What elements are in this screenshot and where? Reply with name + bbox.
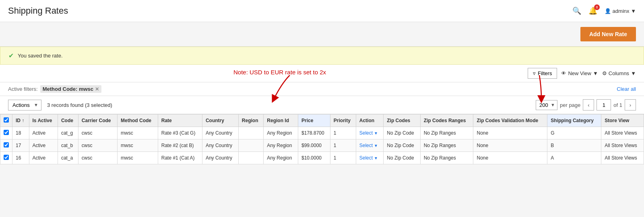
gear-icon: ⚙: [602, 70, 607, 76]
td-method-code-1: mwsc: [118, 139, 158, 152]
td-priority-0: 1: [330, 127, 356, 139]
active-filters-left: Active filters: Method Code: mwsc ✕: [8, 85, 101, 93]
actions-row: Actions ▼ 3 records found (3 selected) 2…: [0, 96, 644, 114]
search-icon[interactable]: 🔍: [572, 6, 581, 15]
th-id[interactable]: ID ↑: [12, 115, 29, 127]
td-code-0: cat_g: [58, 127, 78, 139]
td-region-1: [238, 139, 263, 152]
td-action-1[interactable]: Select ▼: [356, 139, 384, 152]
filters-button[interactable]: ▿ Filters: [528, 68, 557, 79]
td-price-2: $10.0000: [298, 152, 330, 164]
select-all-checkbox[interactable]: [4, 117, 9, 123]
td-method-code-0: mwsc: [118, 127, 158, 139]
action-select-link-1[interactable]: Select ▼: [359, 143, 378, 148]
td-zip-validation-2: None: [473, 152, 547, 164]
th-action[interactable]: Action: [356, 115, 384, 127]
th-priority[interactable]: Priority: [330, 115, 356, 127]
action-chevron-icon-2: ▼: [374, 156, 378, 160]
prev-page-button[interactable]: ‹: [583, 99, 594, 111]
toolbar-row: Add New Rate: [0, 22, 644, 47]
action-select-link-2[interactable]: Select ▼: [359, 155, 378, 161]
per-page-label: per page: [560, 102, 580, 108]
td-zip-validation-0: None: [473, 127, 547, 139]
th-country[interactable]: Country: [202, 115, 238, 127]
th-region[interactable]: Region: [238, 115, 263, 127]
action-select-link-0[interactable]: Select ▼: [359, 130, 378, 136]
success-check-icon: ✔: [8, 52, 14, 59]
th-is-active[interactable]: Is Active: [29, 115, 58, 127]
th-code[interactable]: Code: [58, 115, 78, 127]
header: Shipping Rates 🔍 🔔 8 👤 adminx ▼: [0, 0, 644, 22]
table-header-row: ID ↑ Is Active Code Carrier Code Method …: [0, 115, 644, 127]
user-menu[interactable]: 👤 adminx ▼: [605, 8, 636, 14]
row-checkbox-2[interactable]: [4, 155, 9, 160]
shipping-rates-table: ID ↑ Is Active Code Carrier Code Method …: [0, 114, 644, 164]
td-action-0[interactable]: Select ▼: [356, 127, 384, 139]
action-chevron-icon-1: ▼: [374, 143, 378, 148]
table-row: 16 Active cat_a cwsc mwsc Rate #1 (Cat A…: [0, 152, 644, 164]
td-country-2: Any Country: [202, 152, 238, 164]
th-shipping-category[interactable]: Shipping Category: [547, 115, 601, 127]
header-right: 🔍 🔔 8 👤 adminx ▼: [572, 6, 636, 15]
th-zip-ranges[interactable]: Zip Codes Ranges: [420, 115, 473, 127]
th-method-code[interactable]: Method Code: [118, 115, 158, 127]
per-page-select[interactable]: 200: [536, 100, 557, 110]
td-price-1: $99.0000: [298, 139, 330, 152]
td-is-active-1: Active: [29, 139, 58, 152]
th-region-id[interactable]: Region Id: [264, 115, 298, 127]
td-rate-0: Rate #3 (Cat G): [158, 127, 202, 139]
td-checkbox-0[interactable]: [0, 127, 12, 139]
th-zip-codes[interactable]: Zip Codes: [384, 115, 420, 127]
th-rate[interactable]: Rate: [158, 115, 202, 127]
active-filters-label: Active filters:: [8, 86, 38, 92]
td-region-2: [238, 152, 263, 164]
td-method-code-2: mwsc: [118, 152, 158, 164]
add-new-rate-button[interactable]: Add New Rate: [580, 27, 636, 41]
page-input[interactable]: [597, 99, 611, 111]
td-rate-2: Rate #1 (Cat A): [158, 152, 202, 164]
table-row: 18 Active cat_g cwsc mwsc Rate #3 (Cat G…: [0, 127, 644, 139]
td-action-2[interactable]: Select ▼: [356, 152, 384, 164]
td-zip-codes-1: No Zip Code: [384, 139, 420, 152]
th-carrier-code[interactable]: Carrier Code: [78, 115, 117, 127]
records-count: 3 records found (3 selected): [47, 102, 112, 108]
actions-dropdown-wrapper: Actions ▼: [8, 100, 41, 111]
td-zip-validation-1: None: [473, 139, 547, 152]
td-id-2: 16: [12, 152, 29, 164]
table-wrap: ID ↑ Is Active Code Carrier Code Method …: [0, 114, 644, 164]
td-store-view-0: All Store Views: [601, 127, 644, 139]
td-rate-1: Rate #2 (cat B): [158, 139, 202, 152]
filter-tag-remove-icon[interactable]: ✕: [95, 86, 99, 92]
filter-row: ▿ Filters 👁 New View ▼ ⚙ Columns ▼: [0, 65, 644, 82]
per-page-wrapper: 200 ▼: [536, 100, 557, 110]
row-checkbox-1[interactable]: [4, 142, 9, 147]
columns-button[interactable]: ⚙ Columns ▼: [602, 70, 636, 76]
eye-icon: 👁: [561, 70, 566, 76]
row-checkbox-0[interactable]: [4, 130, 9, 135]
next-page-button[interactable]: ›: [625, 99, 636, 111]
td-zip-codes-2: No Zip Code: [384, 152, 420, 164]
td-region-id-1: Any Region: [264, 139, 298, 152]
td-checkbox-1[interactable]: [0, 139, 12, 152]
td-carrier-code-0: cwsc: [78, 127, 117, 139]
actions-dropdown[interactable]: Actions: [8, 100, 41, 111]
td-is-active-2: Active: [29, 152, 58, 164]
td-code-2: cat_a: [58, 152, 78, 164]
success-message-bar: ✔ You saved the rate.: [0, 47, 644, 65]
td-country-0: Any Country: [202, 127, 238, 139]
th-select-all[interactable]: [0, 115, 12, 127]
th-price[interactable]: Price: [298, 115, 330, 127]
pagination-right: 200 ▼ per page ‹ of 1 ›: [536, 99, 636, 111]
bell-icon[interactable]: 🔔 8: [588, 6, 597, 15]
td-region-id-2: Any Region: [264, 152, 298, 164]
td-carrier-code-2: cwsc: [78, 152, 117, 164]
clear-all-link[interactable]: Clear all: [617, 86, 636, 92]
td-region-0: [238, 127, 263, 139]
th-store-view[interactable]: Store View: [601, 115, 644, 127]
filter-icon: ▿: [533, 70, 536, 76]
th-zip-validation[interactable]: Zip Codes Validation Mode: [473, 115, 547, 127]
new-view-button[interactable]: 👁 New View ▼: [561, 70, 598, 76]
td-priority-1: 1: [330, 139, 356, 152]
td-checkbox-2[interactable]: [0, 152, 12, 164]
td-price-0: $178.8700: [298, 127, 330, 139]
